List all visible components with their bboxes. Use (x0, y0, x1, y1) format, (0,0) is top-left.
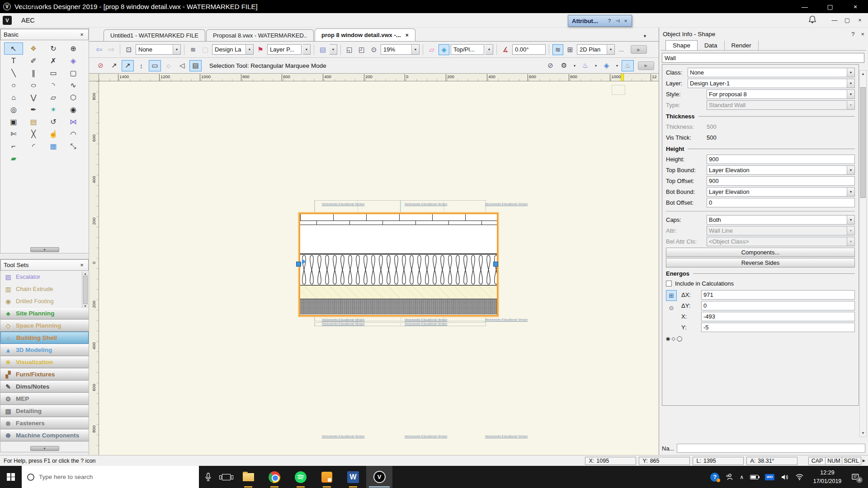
wifi-icon[interactable] (795, 474, 804, 480)
toolset-site-planning[interactable]: ♣ Site Planning (0, 307, 89, 319)
taskbar-search-input[interactable]: Type here to search (22, 466, 199, 488)
height-input[interactable]: 900 (707, 155, 855, 164)
minimize-button[interactable]: — (792, 0, 817, 13)
rotation-point-button[interactable]: ⊙ (666, 305, 677, 311)
toolset-fasteners[interactable]: ⊗ Fasteners (0, 417, 89, 429)
rectangle-tool[interactable]: ▭ (44, 67, 63, 79)
spiral-tool[interactable]: ◎ (4, 103, 23, 116)
view-dropdown-button[interactable]: ▼ (486, 44, 493, 55)
tab-prop-8-window-detail[interactable]: prop 8 window detail.vwx -... × (315, 28, 415, 41)
tray-expand-icon[interactable]: ∧ (740, 474, 744, 480)
toolset-3d-modeling[interactable]: ▲ 3D Modeling (0, 344, 89, 356)
split-tool[interactable]: ╳ (24, 128, 43, 140)
toolset-visualization[interactable]: ☀ Visualization (0, 356, 89, 368)
collapse-arrow-icon[interactable]: ▼ (30, 446, 59, 451)
status-overflow-icon[interactable]: ▶ (862, 459, 866, 463)
dx-input[interactable]: 971 (701, 290, 855, 300)
taskbar-notes-app[interactable] (314, 466, 340, 488)
task-view-button[interactable] (217, 466, 235, 488)
callout-tool[interactable]: ✐ (24, 55, 43, 67)
freehand-tool[interactable]: ∿ (64, 79, 83, 91)
toolset-machine-components[interactable]: ☸ Machine Components (0, 429, 89, 441)
dropdown-arrow-icon[interactable]: ▼ (607, 45, 614, 54)
anchor-selected-icon[interactable]: ◉ (666, 336, 670, 342)
current-render-mode-icon[interactable]: ♨ (579, 60, 591, 71)
attribute-mapping-tool[interactable]: ▤ (24, 116, 43, 128)
wd-utility-icon[interactable]: WD (765, 474, 774, 480)
taskbar-vectorworks[interactable]: V (366, 466, 392, 488)
object-name-input[interactable] (677, 444, 865, 453)
object-info-help-icon[interactable]: ? (851, 31, 854, 38)
battery-icon[interactable] (750, 475, 759, 479)
rectangular-marquee-icon[interactable]: ▭ (149, 60, 161, 71)
wireframe-render-icon[interactable]: ♨ (622, 60, 634, 71)
dropdown-arrow-icon[interactable]: ▼ (847, 90, 854, 99)
wall-selection-mode-icon[interactable]: ▤ (189, 60, 202, 71)
toolset-dims-notes[interactable]: ✎ Dims/Notes (0, 380, 89, 393)
taskbar-spotify[interactable] (288, 466, 314, 488)
object-info-header[interactable]: Object Info - Shape ? × (659, 28, 868, 39)
eyedropper-tool[interactable]: ✒ (24, 103, 43, 116)
polyline-tool[interactable]: ⋁ (24, 91, 43, 103)
tab-close-icon[interactable]: × (406, 32, 409, 38)
selection-handle-left[interactable] (296, 262, 301, 267)
start-button[interactable] (0, 466, 22, 488)
x-input[interactable]: -493 (701, 312, 855, 321)
double-line-tool[interactable]: ∥ (24, 67, 43, 79)
extrude-along-path-tool[interactable]: ▰ (4, 152, 23, 164)
tab-untitled1[interactable]: Untitled1 - WATERMARKED FILE (104, 29, 205, 41)
close-button[interactable]: × (843, 0, 868, 13)
selection-tool[interactable]: ↖ (4, 42, 23, 55)
tool-sets-collapse[interactable]: ▼ (0, 445, 89, 452)
gear-dropdown-icon[interactable]: ▼ (571, 60, 578, 71)
child-close-button[interactable]: × (854, 15, 865, 24)
move-by-points-tool[interactable]: ⤡ (64, 140, 83, 152)
selection-handle-right[interactable] (493, 262, 498, 267)
taskbar-word[interactable]: W (340, 466, 366, 488)
toolset-escalator[interactable]: ▨ Escalator (0, 271, 89, 283)
toolset-detailing[interactable]: ▧ Detailing (0, 405, 89, 417)
rotate-tool[interactable]: ↺ (44, 116, 63, 128)
toolset-space-planning[interactable]: ◇ Space Planning (0, 319, 89, 332)
layer-dropdown-button[interactable]: ▼ (303, 44, 311, 55)
polygon-marquee-icon[interactable]: ◁ (176, 60, 188, 71)
y-input[interactable]: -5 (701, 323, 855, 332)
layer-combo[interactable]: Design Layer-1 ▼ (688, 79, 855, 88)
tab-data[interactable]: Data (698, 41, 725, 50)
top-offset-input[interactable]: 900 (707, 176, 855, 186)
top-bound-combo[interactable]: Layer Elevation ▼ (707, 165, 855, 175)
fillet-tool[interactable]: ◠ (64, 128, 83, 140)
child-minimize-button[interactable]: — (829, 15, 840, 24)
collapse-arrow-icon[interactable]: ▼ (30, 247, 59, 252)
tab-render[interactable]: Render (725, 41, 759, 50)
plan-mode-combo[interactable]: 2D Plan ▼ (577, 44, 615, 55)
extract-3d-tool[interactable]: ◈ (64, 55, 83, 67)
rounded-rectangle-tool[interactable]: ▢ (64, 67, 83, 79)
view-bar-overflow-button[interactable]: ▶ (631, 45, 647, 54)
components-button[interactable]: Components... (666, 248, 855, 257)
layer-combo[interactable]: Layer P... (267, 44, 302, 55)
clip-cube-tool[interactable]: ▣ (4, 116, 23, 128)
bot-bound-combo[interactable]: Layer Elevation ▼ (707, 187, 855, 197)
taskbar-chrome[interactable] (261, 466, 288, 488)
basic-palette-close-icon[interactable]: × (78, 31, 85, 38)
volume-icon[interactable] (781, 474, 789, 481)
lasso-marquee-icon[interactable]: ◌ (162, 60, 175, 71)
reverse-sides-button[interactable]: Reverse Sides (666, 258, 855, 267)
zoom-tool[interactable]: ⊕ (64, 42, 83, 55)
anchor-option-icon[interactable]: ◇ (672, 336, 675, 342)
projection-dropdown-icon[interactable]: ▼ (614, 60, 620, 71)
regular-polygon-tool[interactable]: ⬡ (64, 91, 83, 103)
tool-sets-scrollbar[interactable]: ▲ ▼ (82, 272, 88, 308)
tab-list-dropdown-icon[interactable]: ▼ (643, 34, 647, 38)
child-restore-button[interactable]: ▢ (842, 15, 853, 24)
attributes-help-button[interactable]: ? (605, 17, 613, 25)
taskbar-file-explorer[interactable] (235, 466, 261, 488)
basic-palette-collapse[interactable]: ▼ (0, 246, 89, 253)
people-tray-icon[interactable] (726, 473, 733, 481)
maximize-button[interactable]: ▢ (817, 0, 843, 13)
delete-tool[interactable]: ✗ (44, 55, 63, 67)
caps-combo[interactable]: Both ▼ (707, 215, 855, 225)
attributes-pin-button[interactable]: ⊣ (613, 17, 622, 25)
mirror-tool[interactable]: ⋈ (64, 116, 83, 128)
